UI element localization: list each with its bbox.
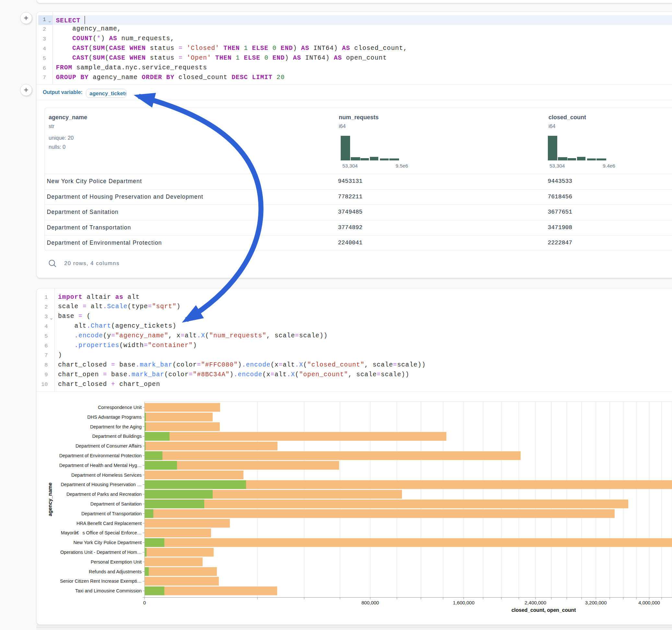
svg-text:agency_name: agency_name bbox=[47, 483, 53, 516]
svg-text:Department of Parks and Recrea: Department of Parks and Recreation bbox=[67, 492, 142, 497]
svg-text:HRA Benefit Card Replacement: HRA Benefit Card Replacement bbox=[76, 521, 142, 526]
svg-text:Refunds and Adjustments: Refunds and Adjustments bbox=[89, 569, 142, 574]
svg-text:Department of Health and Menta: Department of Health and Mental Hyg… bbox=[59, 463, 142, 468]
svg-text:Department of Buildings: Department of Buildings bbox=[92, 434, 142, 439]
svg-text:New York City Police Departmen: New York City Police Department bbox=[73, 540, 142, 545]
svg-text:0: 0 bbox=[143, 600, 146, 605]
svg-text:1,600,000: 1,600,000 bbox=[453, 600, 475, 605]
svg-text:Department of Homeless Service: Department of Homeless Services bbox=[71, 472, 142, 478]
svg-text:Department of Consumer Affairs: Department of Consumer Affairs bbox=[75, 443, 142, 449]
svg-text:Personal Exemption Unit: Personal Exemption Unit bbox=[91, 559, 142, 564]
svg-text:2,400,000: 2,400,000 bbox=[525, 600, 546, 605]
svg-text:Department of Transportation: Department of Transportation bbox=[81, 511, 142, 516]
svg-text:Taxi and Limousine Commission: Taxi and Limousine Commission bbox=[75, 588, 142, 593]
svg-text:Correspondence Unit: Correspondence Unit bbox=[98, 405, 142, 410]
svg-text:4,000,000: 4,000,000 bbox=[638, 600, 660, 605]
svg-text:Department of Environmental Pr: Department of Environmental Protection bbox=[59, 453, 142, 458]
svg-text:800,000: 800,000 bbox=[361, 600, 379, 605]
svg-text:Senior Citizen Rent Increase E: Senior Citizen Rent Increase Exempti… bbox=[60, 579, 142, 584]
svg-text:Department for the Aging: Department for the Aging bbox=[90, 424, 142, 429]
svg-text:Department of Sanitation: Department of Sanitation bbox=[91, 501, 142, 507]
svg-text:closed_count, open_count: closed_count, open_count bbox=[511, 607, 576, 613]
svg-text:DHS Advantage Programs: DHS Advantage Programs bbox=[87, 414, 142, 420]
svg-text:Operations Unit - Department o: Operations Unit - Department of Hom… bbox=[60, 550, 142, 555]
svg-text:Mayorâ€ s Office of Special E: Mayorâ€ s Office of Special Enforce… bbox=[61, 530, 142, 535]
svg-text:3,200,000: 3,200,000 bbox=[585, 600, 607, 605]
svg-text:Department of Housing Preserva: Department of Housing Preservation … bbox=[61, 482, 142, 487]
